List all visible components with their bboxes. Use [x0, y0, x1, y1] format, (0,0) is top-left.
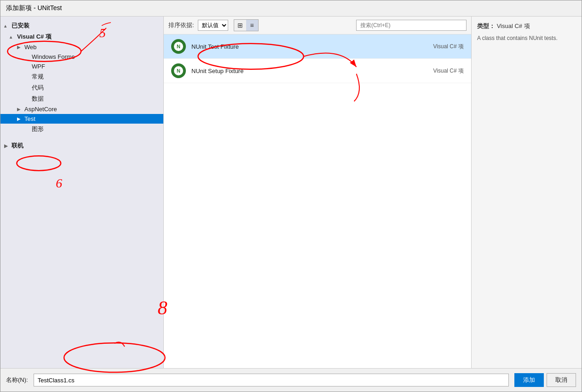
sidebar-tree: ▴ 已安装 ▴ Visual C# 项 ▶ Web Windows Forms: [0, 17, 163, 368]
type-label: 类型：: [477, 23, 495, 29]
content-area: 排序依据: 默认值 名称 类型 ⊞ ≡: [164, 17, 471, 368]
item-icon-inner: N: [174, 66, 183, 75]
sidebar-item-visualcsharp-label: Visual C# 项: [17, 33, 52, 41]
item-category-nunit-setup-fixture: Visual C# 项: [418, 67, 464, 75]
sidebar-item-general[interactable]: 常规: [0, 71, 163, 82]
sidebar-item-test-label: Test: [24, 115, 35, 122]
sidebar-item-wpf-label: WPF: [32, 63, 45, 70]
sidebar-item-graphics[interactable]: 图形: [0, 124, 163, 135]
sidebar-item-windowsforms[interactable]: Windows Forms: [0, 52, 163, 62]
grid-view-button[interactable]: ⊞: [234, 20, 246, 31]
sidebar-item-graphics-label: 图形: [32, 125, 44, 133]
right-panel-description: A class that contains NUnit tests.: [477, 34, 576, 42]
sidebar-item-general-label: 常规: [32, 73, 44, 81]
search-box: [356, 20, 467, 31]
right-panel: 类型： Visual C# 项 A class that contains NU…: [471, 17, 582, 368]
item-row[interactable]: N NUnit Test Fixture Visual C# 项: [164, 34, 471, 59]
right-panel-type: 类型： Visual C# 项: [477, 22, 576, 30]
item-icon-inner: N: [174, 42, 183, 51]
sidebar-item-code[interactable]: 代码: [0, 82, 163, 93]
item-name-nunit-setup-fixture: NUnit Setup Fixture: [191, 68, 412, 74]
sidebar-item-test[interactable]: ▶ Test: [0, 114, 163, 124]
sidebar-item-online-label: 联机: [12, 142, 23, 150]
cancel-button[interactable]: 取消: [547, 373, 576, 387]
expand-icon-visualcsharp: ▴: [10, 34, 15, 40]
view-buttons: ⊞ ≡: [234, 19, 259, 31]
sidebar-item-data-label: 数据: [32, 95, 44, 103]
sidebar-item-visualcsharp[interactable]: ▴ Visual C# 项: [0, 31, 163, 42]
toolbar: 排序依据: 默认值 名称 类型 ⊞ ≡: [164, 17, 471, 34]
sidebar-item-windowsforms-label: Windows Forms: [32, 53, 75, 60]
expand-icon-web: ▶: [17, 45, 23, 50]
sidebar-item-aspnetcore[interactable]: ▶ AspNetCore: [0, 104, 163, 114]
sidebar-item-online[interactable]: ▶ 联机: [0, 140, 163, 151]
bottom-area: 名称(N): 添加 取消: [0, 368, 582, 392]
expand-icon-installed: ▴: [4, 23, 10, 28]
sidebar-item-wpf[interactable]: WPF: [0, 62, 163, 71]
sidebar: ▴ 已安装 ▴ Visual C# 项 ▶ Web Windows Forms: [0, 17, 164, 368]
item-icon-nunit-setup-fixture: N: [171, 63, 186, 78]
search-input[interactable]: [356, 20, 467, 31]
dialog-title: 添加新项 - UNitTest: [0, 0, 582, 17]
type-value: Visual C# 项: [497, 23, 530, 29]
name-input[interactable]: [34, 374, 509, 386]
list-view-button[interactable]: ≡: [246, 20, 258, 31]
sidebar-item-web-label: Web: [24, 44, 37, 51]
expand-icon-aspnetcore: ▶: [17, 107, 23, 112]
expand-icon-test: ▶: [17, 116, 23, 121]
bottom-buttons: 添加 取消: [514, 373, 576, 387]
sort-dropdown[interactable]: 默认值 名称 类型: [198, 20, 228, 31]
sidebar-item-web[interactable]: ▶ Web: [0, 42, 163, 52]
item-row[interactable]: N NUnit Setup Fixture Visual C# 项: [164, 59, 471, 83]
sidebar-item-data[interactable]: 数据: [0, 93, 163, 104]
item-list: N NUnit Test Fixture Visual C# 项 N NUnit…: [164, 34, 471, 368]
name-label: 名称(N):: [6, 376, 28, 384]
item-name-nunit-test-fixture: NUnit Test Fixture: [191, 43, 412, 50]
sidebar-item-code-label: 代码: [32, 84, 44, 92]
sort-label: 排序依据:: [168, 21, 194, 29]
sidebar-item-aspnetcore-label: AspNetCore: [24, 106, 57, 113]
expand-icon-online: ▶: [4, 143, 10, 148]
item-category-nunit-test-fixture: Visual C# 项: [418, 43, 464, 51]
add-button[interactable]: 添加: [514, 373, 544, 387]
sidebar-item-installed-label: 已安装: [12, 22, 29, 30]
sidebar-item-installed[interactable]: ▴ 已安装: [0, 20, 163, 31]
item-icon-nunit-test-fixture: N: [171, 39, 186, 54]
sort-select[interactable]: 默认值 名称 类型: [198, 20, 228, 30]
